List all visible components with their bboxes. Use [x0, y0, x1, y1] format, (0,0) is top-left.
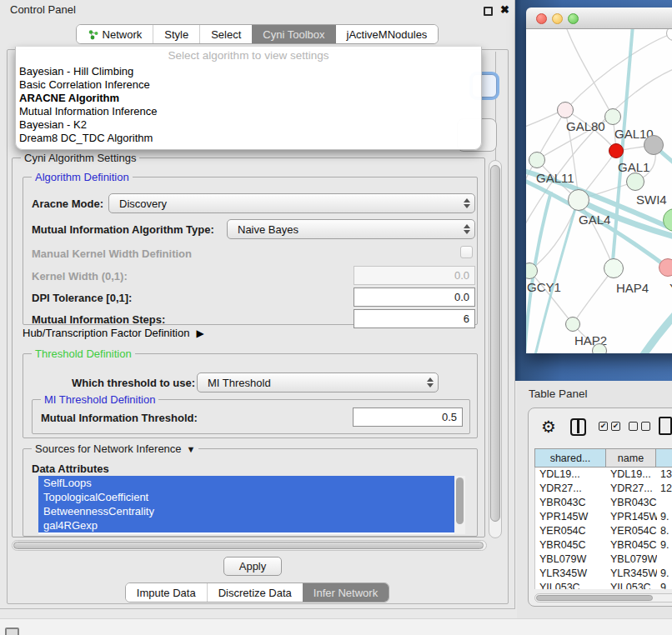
table-cell[interactable]: YDL19... — [607, 468, 657, 482]
dpi-tolerance-field[interactable]: 0.0 — [354, 288, 475, 307]
table-row[interactable]: YBR045CYBR045C9. — [535, 538, 672, 552]
column-header-partial[interactable] — [656, 448, 672, 468]
mi-threshold-field[interactable]: 0.5 — [353, 408, 463, 427]
dock-panel-icon[interactable] — [5, 628, 19, 635]
table-row[interactable]: YDR27...YDR27...12 — [535, 482, 672, 496]
algorithm-option[interactable]: Mutual Information Inference — [16, 105, 481, 118]
table-cell[interactable]: YIL053C — [535, 581, 607, 589]
data-attribute-item[interactable]: gal4RGexp — [38, 518, 454, 532]
network-node[interactable] — [626, 172, 644, 191]
algorithm-option[interactable]: Basic Correlation Inference — [16, 78, 481, 92]
table-cell[interactable]: YLR345W — [535, 567, 607, 581]
algorithm-option[interactable]: ARACNE Algorithm — [16, 92, 481, 105]
attributes-scrollbar[interactable] — [454, 476, 465, 534]
network-node[interactable] — [604, 108, 621, 125]
table-cell[interactable]: YPR145W — [607, 510, 657, 524]
tab-discretize-data[interactable]: Discretize Data — [207, 583, 303, 602]
tab-style[interactable]: Style — [153, 25, 199, 43]
network-canvas[interactable]: GAL80GAL10GAL1GAL11SWI4GAL4GCY1HAP4YHAP2 — [526, 29, 672, 353]
data-attribute-item[interactable]: TopologicalCoefficient — [38, 490, 454, 504]
table-row[interactable]: YDL19...YDL19...13 — [535, 468, 672, 482]
table-cell[interactable]: 8. — [657, 524, 672, 538]
table-cell[interactable] — [657, 496, 672, 510]
tab-impute-data[interactable]: Impute Data — [126, 583, 207, 602]
float-icon[interactable] — [484, 7, 493, 16]
tab-jactivemnodules[interactable]: jActiveMNodules — [336, 25, 439, 43]
table-horizontal-scrollbar[interactable] — [534, 593, 672, 602]
mi-type-combobox[interactable]: Naive Bayes — [227, 219, 475, 239]
network-node[interactable] — [592, 343, 607, 353]
split-columns-icon[interactable] — [570, 418, 586, 436]
table-cell[interactable]: 12 — [657, 482, 672, 496]
network-node[interactable] — [666, 29, 672, 41]
table-cell[interactable]: YLR345W — [607, 567, 657, 581]
settings-vertical-thumb[interactable] — [490, 165, 500, 522]
mi-steps-field[interactable]: 6 — [354, 309, 475, 328]
table-cell[interactable]: YDR27... — [607, 482, 657, 496]
algorithm-option[interactable]: Dream8 DC_TDC Algorithm — [16, 132, 481, 145]
apply-button[interactable]: Apply — [223, 557, 282, 576]
tab-infer-network[interactable]: Infer Network — [303, 583, 389, 602]
network-node[interactable] — [604, 258, 624, 278]
table-cell[interactable]: YBR045C — [607, 538, 657, 552]
table-cell[interactable]: 9. — [657, 538, 672, 552]
network-node[interactable] — [644, 135, 664, 155]
table-row[interactable]: YLR345WYLR345W9. — [535, 567, 672, 581]
mac-zoom-icon[interactable] — [568, 13, 579, 24]
tab-cyni-toolbox[interactable]: Cyni Toolbox — [252, 25, 335, 43]
data-attribute-item[interactable]: BetweennessCentrality — [38, 504, 454, 518]
table-cell[interactable]: 9. — [657, 567, 672, 581]
table-cell[interactable]: YBL079W — [535, 552, 607, 567]
network-node[interactable] — [557, 102, 574, 118]
network-window-titlebar[interactable] — [526, 8, 672, 29]
gear-icon[interactable]: ⚙ — [541, 417, 556, 437]
table-row[interactable]: YIL053CYIL053C9 — [535, 581, 672, 589]
network-node[interactable] — [526, 262, 538, 279]
mac-minimize-icon[interactable] — [552, 13, 563, 24]
table-cell[interactable]: YER054C — [535, 524, 607, 538]
attributes-scrollbar-thumb[interactable] — [456, 478, 464, 524]
table-cell[interactable]: YBR045C — [535, 538, 607, 552]
table-row[interactable]: YER054CYER054C8. — [535, 524, 672, 538]
table-cell[interactable]: YPR145W — [535, 510, 607, 524]
network-node[interactable] — [529, 152, 545, 168]
select-all-columns-icon[interactable]: ✔ ✔ — [599, 422, 620, 431]
column-header-name[interactable]: name — [606, 448, 656, 468]
algorithm-option[interactable]: Bayesian - K2 — [16, 118, 481, 132]
table-cell[interactable] — [657, 552, 672, 567]
close-icon[interactable]: ✖ — [500, 3, 509, 16]
table-cell[interactable]: YDR27... — [535, 482, 607, 496]
deselect-all-columns-icon[interactable] — [629, 422, 650, 431]
column-header-shared[interactable]: shared... — [534, 448, 606, 468]
which-threshold-combobox[interactable]: MI Threshold — [197, 372, 439, 392]
manual-kernel-checkbox[interactable] — [460, 246, 473, 258]
network-node[interactable] — [568, 189, 589, 211]
settings-horizontal-scrollbar[interactable] — [12, 540, 487, 551]
tab-network[interactable]: Network — [77, 25, 153, 43]
table-cell[interactable]: YBL079W — [607, 552, 657, 567]
settings-vertical-scrollbar[interactable] — [489, 160, 502, 538]
table-cell[interactable]: 9 — [657, 581, 672, 589]
data-attribute-item[interactable]: SelfLoops — [38, 476, 454, 490]
table-cell[interactable]: YBR043C — [535, 496, 607, 510]
tab-select[interactable]: Select — [199, 25, 252, 43]
table-horizontal-thumb[interactable] — [536, 595, 653, 601]
table-cell[interactable]: YER054C — [607, 524, 657, 538]
table-cell[interactable]: YBR043C — [607, 496, 657, 510]
document-icon[interactable] — [659, 417, 672, 435]
kernel-width-field[interactable]: 0.0 — [354, 266, 475, 285]
mac-close-icon[interactable] — [536, 13, 547, 24]
network-node[interactable] — [565, 317, 580, 332]
settings-horizontal-thumb[interactable] — [13, 542, 484, 549]
table-row[interactable]: YPR145WYPR145W9. — [535, 510, 672, 524]
hub-definition-expander[interactable]: Hub/Transcription Factor Definition▶ — [23, 327, 204, 339]
table-cell[interactable]: 13 — [657, 468, 672, 482]
table-row[interactable]: YBR043CYBR043C — [535, 496, 672, 510]
algorithm-option[interactable]: Bayesian - Hill Climbing — [16, 65, 481, 78]
sources-group-title[interactable]: Sources for Network Inference▼ — [32, 442, 198, 455]
table-cell[interactable]: YDL19... — [535, 468, 607, 482]
table-row[interactable]: YBL079WYBL079W — [535, 552, 672, 567]
network-node[interactable] — [609, 143, 624, 158]
table-cell[interactable]: YIL053C — [607, 581, 657, 589]
table-cell[interactable]: 9. — [657, 510, 672, 524]
